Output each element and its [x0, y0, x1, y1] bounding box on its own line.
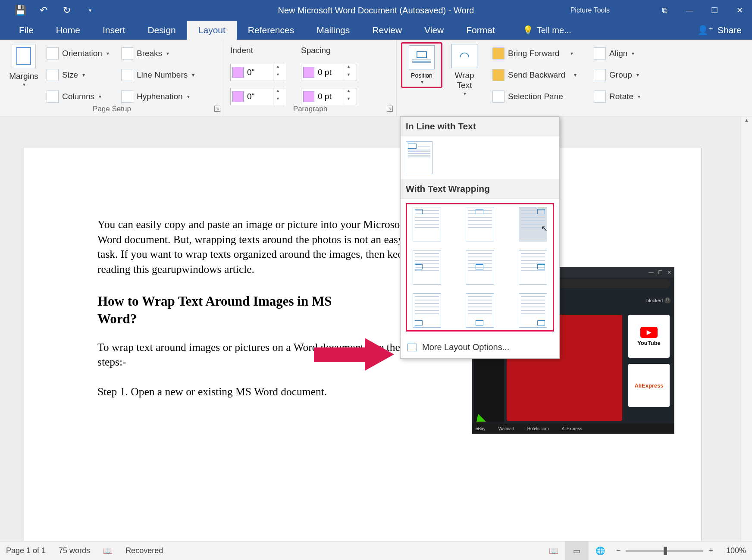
maximize-icon[interactable]: ☐ [702, 0, 727, 21]
send-backward-button[interactable]: Send Backward▾ [489, 66, 580, 84]
window-title: New Microsoft Word Document (Autosaved) … [278, 6, 474, 16]
position-middle-center[interactable] [466, 250, 494, 285]
hyphenation-button[interactable]: Hyphenation▾ [118, 87, 198, 106]
wrap-grid-highlight: ↖ [406, 203, 554, 332]
tab-review[interactable]: Review [361, 21, 413, 40]
print-layout-icon[interactable]: ▭ [565, 541, 589, 560]
page: You can easily copy and paste an image o… [24, 148, 702, 541]
undo-icon[interactable]: ↶ [38, 5, 49, 16]
web-layout-icon[interactable]: 🌐 [589, 541, 612, 560]
zoom-in-icon[interactable]: + [708, 546, 713, 555]
word-count[interactable]: 75 words [59, 546, 90, 555]
indent-right-input[interactable]: ▲▼ [230, 88, 286, 105]
annotation-arrow-head [365, 338, 394, 371]
layout-options-icon [407, 344, 417, 351]
bring-forward-button[interactable]: Bring Forward▾ [489, 44, 580, 63]
dropdown-section-header: In Line with Text [401, 117, 559, 136]
group-page-setup: Margins ▾ Orientation▾ Size▾ Columns▾ Br… [0, 40, 224, 116]
group-button[interactable]: Group▾ [590, 66, 644, 84]
group-icon [594, 69, 606, 81]
margins-button[interactable]: Margins ▾ [4, 42, 43, 114]
proofing-icon[interactable]: 📖 [103, 546, 113, 556]
breaks-button[interactable]: Breaks▾ [118, 44, 198, 63]
chevron-down-icon: ▾ [421, 79, 423, 85]
tab-mailings[interactable]: Mailings [305, 21, 361, 40]
tab-references[interactable]: References [237, 21, 305, 40]
dialog-launcher-icon[interactable]: ↘ [214, 106, 220, 112]
restore-down-icon[interactable]: ⧉ [652, 0, 677, 21]
zoom-value[interactable]: 100% [726, 546, 746, 555]
breaks-icon [121, 47, 133, 59]
tell-me-search[interactable]: 💡Tell me... [511, 21, 583, 40]
selection-pane-icon [492, 91, 504, 103]
more-layout-options[interactable]: More Layout Options... [401, 336, 559, 358]
indent-label: Indent [230, 46, 286, 57]
save-icon[interactable]: 💾 [15, 5, 26, 16]
position-top-right[interactable]: ↖ [519, 207, 547, 241]
position-middle-left[interactable] [413, 250, 441, 285]
selection-pane-button[interactable]: Selection Pane [489, 87, 580, 106]
zoom-out-icon[interactable]: − [616, 546, 621, 555]
align-button[interactable]: Align▾ [590, 44, 644, 63]
tab-view[interactable]: View [413, 21, 455, 40]
green-arrow-icon [476, 414, 486, 422]
group-label: Paragraph [224, 105, 396, 113]
orientation-button[interactable]: Orientation▾ [43, 44, 113, 63]
ribbon-tabs: File Home Insert Design Layout Reference… [0, 21, 752, 40]
share-button[interactable]: 👤⁺Share [687, 21, 752, 40]
dropdown-section-header: With Text Wrapping [401, 179, 559, 199]
tile-aliexpress: AliExpress [628, 364, 670, 407]
size-button[interactable]: Size▾ [43, 66, 113, 84]
minimize-icon[interactable]: — [677, 0, 702, 21]
title-bar: 💾 ↶ ↻ ▾ New Microsoft Word Document (Aut… [0, 0, 752, 21]
vertical-scrollbar[interactable]: ▴ [741, 116, 752, 541]
position-top-center[interactable] [466, 207, 494, 241]
tab-insert[interactable]: Insert [91, 21, 137, 40]
position-button[interactable]: Position ▾ [401, 42, 442, 88]
tab-layout[interactable]: Layout [187, 21, 237, 40]
spacing-after-icon [303, 91, 314, 102]
redo-icon[interactable]: ↻ [61, 5, 72, 16]
indent-left-input[interactable]: ▲▼ [230, 64, 286, 81]
spacing-before-input[interactable]: ▲▼ [301, 64, 357, 81]
qat-more-icon[interactable]: ▾ [85, 5, 96, 16]
indent-left-icon [232, 67, 244, 78]
line-numbers-button[interactable]: Line Numbers▾ [118, 66, 198, 84]
position-inline-option[interactable] [406, 141, 432, 174]
zoom-control[interactable]: − + 100% [616, 546, 746, 555]
tab-file[interactable]: File [8, 21, 45, 40]
bring-forward-icon [492, 47, 504, 59]
align-icon [594, 47, 606, 59]
chevron-down-icon: ▾ [464, 91, 466, 97]
scroll-up-icon[interactable]: ▴ [741, 116, 752, 128]
position-icon [409, 45, 435, 69]
wrap-text-icon: ◠ [451, 44, 477, 68]
position-bottom-right[interactable] [519, 293, 547, 328]
document-canvas[interactable]: You can easily copy and paste an image o… [0, 116, 741, 541]
body-heading: How to Wrap Text Around Images in MS Wor… [97, 293, 373, 328]
zoom-slider[interactable] [626, 550, 703, 552]
spacing-after-input[interactable]: ▲▼ [301, 88, 357, 105]
columns-button[interactable]: Columns▾ [43, 87, 113, 106]
wrap-text-button[interactable]: ◠ Wrap Text ▾ [446, 42, 483, 98]
window-buttons: ⧉ — ☐ ✕ [652, 0, 752, 21]
position-top-left[interactable] [413, 207, 441, 241]
embedded-taskbar: eBayWalmartHotels.comAliExpress [472, 423, 674, 434]
close-icon[interactable]: ✕ [727, 0, 752, 21]
body-paragraph: Step 1. Open a new or existing MS Word d… [97, 385, 412, 400]
tab-design[interactable]: Design [136, 21, 187, 40]
group-arrange: Position ▾ ◠ Wrap Text ▾ Bring Forward▾ … [397, 40, 752, 116]
tab-home[interactable]: Home [45, 21, 91, 40]
position-middle-right[interactable] [519, 250, 547, 285]
annotation-arrow [314, 347, 366, 362]
tab-format[interactable]: Format [455, 21, 506, 40]
read-mode-icon[interactable]: 📖 [542, 541, 565, 560]
tile-youtube: ▶YouTube [628, 315, 670, 358]
position-bottom-left[interactable] [413, 293, 441, 328]
position-bottom-center[interactable] [466, 293, 494, 328]
dialog-launcher-icon[interactable]: ↘ [387, 106, 393, 112]
group-label: Page Setup [0, 105, 224, 113]
page-count[interactable]: Page 1 of 1 [6, 546, 46, 555]
rotate-button[interactable]: Rotate▾ [590, 87, 644, 106]
hyphenation-icon [121, 91, 133, 103]
